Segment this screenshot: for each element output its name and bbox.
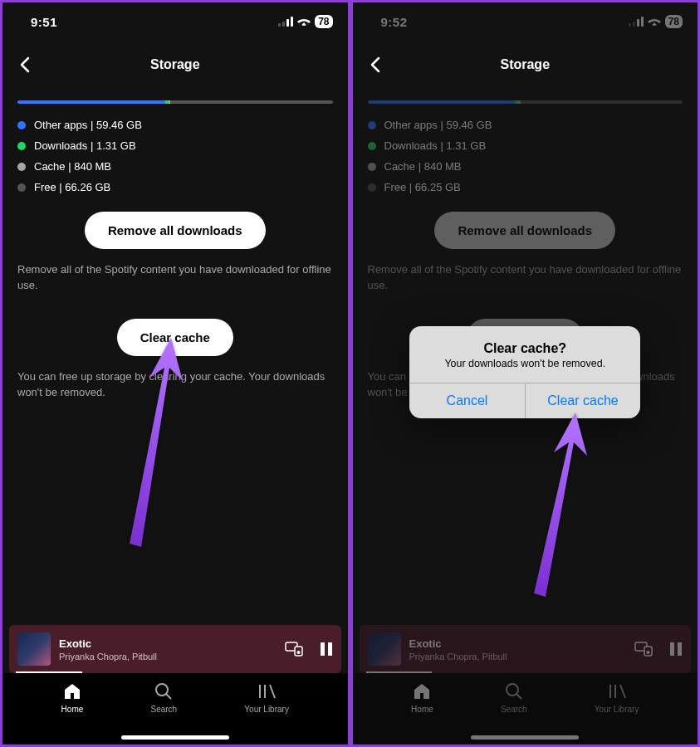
- screen-content: Other apps | 59.46 GB Downloads | 1.31 G…: [2, 100, 348, 400]
- dialog-buttons: Cancel Clear cache: [409, 383, 640, 418]
- legend-item-free: Free | 66.25 GB: [368, 181, 683, 193]
- battery-icon: 78: [315, 15, 332, 28]
- now-playing-bar[interactable]: Exotic Priyanka Chopra, Pitbull: [9, 625, 341, 673]
- track-artist: Priyanka Chopra, Pitbull: [59, 652, 277, 662]
- svg-rect-7: [321, 642, 325, 656]
- clear-cache-dialog: Clear cache? Your downloads won't be rem…: [409, 326, 640, 418]
- svg-point-22: [507, 684, 518, 696]
- wifi-icon: [297, 17, 311, 27]
- home-indicator[interactable]: [121, 735, 229, 740]
- svg-rect-3: [291, 17, 293, 27]
- nav-home[interactable]: Home: [411, 681, 433, 745]
- svg-rect-21: [678, 642, 682, 656]
- nav-bar: Home Search Your Library: [353, 673, 698, 745]
- dot-icon: [17, 163, 26, 171]
- legend-label: Downloads | 1.31 GB: [384, 139, 487, 152]
- status-indicators: 78: [629, 15, 683, 28]
- legend-item-downloads: Downloads | 1.31 GB: [368, 139, 683, 152]
- svg-rect-14: [633, 22, 635, 27]
- home-icon: [62, 681, 82, 701]
- cellular-icon: [629, 17, 644, 27]
- chevron-left-icon: [20, 56, 30, 73]
- svg-rect-8: [328, 642, 332, 656]
- pause-icon[interactable]: [320, 642, 333, 657]
- clear-cache-button[interactable]: Clear cache: [117, 319, 233, 356]
- back-button[interactable]: [11, 51, 39, 79]
- remove-downloads-button[interactable]: Remove all downloads: [434, 212, 615, 249]
- nav-home[interactable]: Home: [61, 681, 84, 745]
- page-title: Storage: [353, 57, 698, 72]
- battery-icon: 78: [665, 15, 683, 28]
- legend-label: Cache | 840 MB: [384, 160, 462, 173]
- legend-label: Free | 66.26 GB: [34, 181, 110, 193]
- now-playing-text: Exotic Priyanka Chopra, Pitbull: [409, 637, 627, 662]
- nav-bar: Home Search Your Library: [2, 673, 348, 745]
- album-cover: [368, 632, 401, 666]
- storage-bar-segment-apps: [368, 100, 516, 104]
- legend-item-cache: Cache | 840 MB: [368, 160, 683, 173]
- cellular-icon: [278, 17, 293, 27]
- status-time: 9:51: [31, 15, 57, 29]
- svg-rect-0: [278, 23, 281, 27]
- nav-label: Search: [150, 705, 177, 714]
- dialog-header: Clear cache? Your downloads won't be rem…: [409, 326, 640, 383]
- annotation-arrow: [527, 409, 602, 603]
- dot-icon: [368, 142, 376, 150]
- now-playing-controls: [285, 642, 333, 657]
- svg-rect-1: [282, 22, 285, 27]
- track-title: Exotic: [409, 637, 627, 650]
- legend-label: Downloads | 1.31 GB: [34, 139, 136, 152]
- legend-label: Other apps | 59.46 GB: [384, 119, 492, 131]
- track-artist: Priyanka Chopra, Pitbull: [409, 652, 627, 662]
- storage-legend: Other apps | 59.46 GB Downloads | 1.31 G…: [368, 119, 683, 193]
- remove-downloads-button[interactable]: Remove all downloads: [85, 212, 266, 249]
- svg-line-23: [516, 694, 521, 699]
- now-playing-bar[interactable]: Exotic Priyanka Chopra, Pitbull: [360, 625, 692, 673]
- legend-item-free: Free | 66.26 GB: [17, 181, 333, 193]
- legend-item-apps: Other apps | 59.46 GB: [17, 119, 333, 131]
- nav-library[interactable]: Your Library: [244, 681, 289, 745]
- connect-device-icon[interactable]: [634, 642, 653, 657]
- dot-icon: [17, 142, 26, 150]
- nav-label: Home: [411, 705, 433, 714]
- svg-line-10: [166, 694, 171, 699]
- legend-label: Cache | 840 MB: [34, 160, 111, 173]
- svg-rect-16: [641, 17, 644, 27]
- status-indicators: 78: [278, 15, 332, 28]
- storage-legend: Other apps | 59.46 GB Downloads | 1.31 G…: [17, 119, 333, 193]
- clear-cache-helper: You can free up storage by clearing your…: [17, 369, 333, 401]
- storage-bar-segment-apps: [17, 100, 165, 104]
- pause-icon[interactable]: [669, 642, 683, 657]
- dot-icon: [368, 183, 376, 192]
- dialog-title: Clear cache?: [423, 341, 627, 356]
- page-title: Storage: [2, 57, 348, 72]
- svg-point-9: [156, 684, 168, 696]
- header: Storage: [353, 41, 698, 95]
- now-playing-text: Exotic Priyanka Chopra, Pitbull: [59, 637, 277, 662]
- dialog-message: Your downloads won't be removed.: [423, 358, 627, 369]
- remove-downloads-helper: Remove all of the Spotify content you ha…: [17, 262, 333, 294]
- library-icon: [257, 681, 277, 701]
- nav-library[interactable]: Your Library: [595, 681, 639, 745]
- nav-label: Your Library: [595, 705, 639, 714]
- dot-icon: [17, 183, 26, 192]
- nav-label: Your Library: [244, 705, 289, 714]
- dialog-confirm-button[interactable]: Clear cache: [526, 383, 641, 418]
- nav-label: Search: [501, 705, 527, 714]
- search-icon: [154, 681, 174, 701]
- svg-point-6: [296, 651, 300, 654]
- phone-right: 9:52 78 Storage: [350, 0, 701, 747]
- status-time: 9:52: [381, 15, 408, 29]
- legend-label: Other apps | 59.46 GB: [34, 119, 142, 131]
- wifi-icon: [648, 17, 661, 27]
- home-icon: [412, 681, 432, 701]
- storage-bar: [17, 100, 333, 104]
- connect-device-icon[interactable]: [285, 642, 303, 657]
- dot-icon: [368, 121, 376, 129]
- back-button[interactable]: [361, 51, 389, 79]
- search-icon: [504, 681, 524, 701]
- dialog-cancel-button[interactable]: Cancel: [409, 383, 526, 418]
- legend-item-apps: Other apps | 59.46 GB: [368, 119, 683, 131]
- home-indicator[interactable]: [471, 735, 579, 740]
- svg-rect-20: [670, 642, 674, 656]
